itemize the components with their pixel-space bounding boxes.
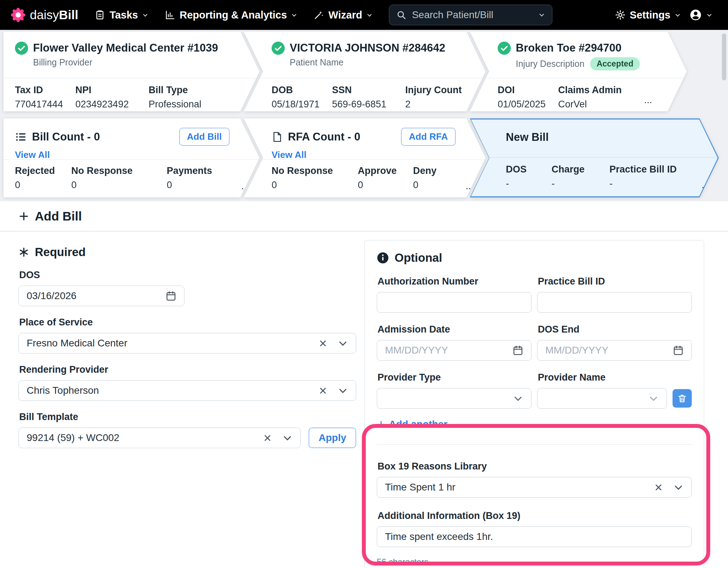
nav-wizard-label: Wizard xyxy=(328,9,362,21)
new-bill-title: New Bill xyxy=(506,131,718,144)
rendering-provider-select[interactable]: Chris Topherson xyxy=(18,380,356,401)
calendar-icon[interactable] xyxy=(166,291,176,301)
clear-x-icon[interactable] xyxy=(318,339,328,348)
billing-provider-subtitle: Billing Provider xyxy=(33,57,92,68)
wand-icon xyxy=(314,10,324,20)
gear-icon xyxy=(615,10,626,20)
stat-no-response: No Response 0 xyxy=(71,165,133,197)
required-form: Required DOS 03/16/2026 Place of Service… xyxy=(18,245,356,448)
chevron-down-icon[interactable] xyxy=(338,386,348,396)
add-rfa-button[interactable]: Add RFA xyxy=(401,128,456,146)
nav-settings-label: Settings xyxy=(630,9,670,21)
new-bill-card[interactable]: New Bill DOS - Charge - Practice Bill ID… xyxy=(470,118,719,197)
clear-x-icon[interactable] xyxy=(318,386,328,396)
brand-name: daisyBill xyxy=(30,8,78,22)
stat-approve: Approve 0 xyxy=(358,165,397,197)
patient-card: VICTORIA JOHNSON #284642 Patient Name DO… xyxy=(244,32,486,111)
chevron-down-icon[interactable] xyxy=(282,433,293,443)
billing-provider-title: Flower Valley Medical Center #1039 xyxy=(33,42,218,54)
place-of-service-label: Place of Service xyxy=(19,317,356,328)
field-tax-id: Tax ID 770417444 xyxy=(15,85,75,111)
optional-divider xyxy=(377,444,692,445)
status-badge-accepted: Accepted xyxy=(590,57,640,70)
bill-count-card: Bill Count - 0 Add Bill View All Rejecte… xyxy=(4,118,259,197)
apply-button[interactable]: Apply xyxy=(309,428,356,448)
field-dob: DOB 05/18/1971 xyxy=(272,85,332,111)
vertical-scrollbar[interactable] xyxy=(722,33,726,80)
chevron-down-icon[interactable] xyxy=(513,393,523,404)
optional-heading: Optional xyxy=(377,251,692,265)
add-bill-button[interactable]: Add Bill xyxy=(179,128,230,146)
provider-name-label: Provider Name xyxy=(538,372,692,383)
nav-settings[interactable]: Settings xyxy=(615,9,681,21)
provider-name-select[interactable] xyxy=(537,388,667,409)
nav-account[interactable] xyxy=(689,9,712,21)
context-cards-row: Flower Valley Medical Center #1039 Billi… xyxy=(4,32,687,111)
chevron-down-icon xyxy=(366,12,373,18)
stat-dos: DOS - xyxy=(506,164,527,196)
nav-wizard[interactable]: Wizard xyxy=(314,9,373,21)
search-icon xyxy=(396,10,406,20)
field-doi: DOI 01/05/2025 xyxy=(498,85,558,111)
optional-form-panel: Optional Authorization Number Practice B… xyxy=(364,240,704,568)
add-another-link[interactable]: Add another xyxy=(377,419,448,430)
authorization-number-input[interactable] xyxy=(377,292,531,313)
calendar-icon[interactable] xyxy=(513,345,523,356)
rfa-count-title: RFA Count - 0 xyxy=(288,131,360,143)
search-input[interactable]: Search Patient/Bill xyxy=(389,5,552,25)
billing-provider-card: Flower Valley Medical Center #1039 Billi… xyxy=(4,32,259,111)
injury-card: Broken Toe #294700 Injury Description Ac… xyxy=(470,32,687,111)
bill-list-icon xyxy=(15,131,27,143)
admission-date-input[interactable]: MM/DD/YYYY xyxy=(377,340,531,361)
admission-date-label: Admission Date xyxy=(378,324,531,335)
check-circle-icon xyxy=(498,42,511,70)
stat-payments: Payments 0 xyxy=(167,165,212,197)
add-bill-section-header: Add Bill xyxy=(18,209,82,223)
plus-icon xyxy=(18,211,29,222)
check-circle-icon xyxy=(15,42,28,68)
nav-reporting-analytics[interactable]: Reporting & Analytics xyxy=(165,9,297,21)
nav-reporting-label: Reporting & Analytics xyxy=(180,9,287,21)
provider-type-select[interactable] xyxy=(377,388,531,409)
rendering-provider-label: Rendering Provider xyxy=(19,364,356,375)
daisy-flower-icon xyxy=(11,7,26,22)
delete-provider-button[interactable] xyxy=(673,389,692,408)
chevron-down-icon[interactable] xyxy=(539,12,545,18)
trash-icon xyxy=(677,393,687,403)
dos-label: DOS xyxy=(19,270,356,281)
brand-logo[interactable]: daisyBill xyxy=(11,7,78,22)
field-npi: NPI 0234923492 xyxy=(75,85,149,111)
authorization-number-label: Authorization Number xyxy=(378,276,531,287)
chevron-down-icon[interactable] xyxy=(338,338,348,349)
additional-info-input[interactable]: Time spent exceeds 1hr. xyxy=(377,526,692,547)
chevron-down-icon[interactable] xyxy=(673,482,684,493)
plus-icon xyxy=(377,420,385,429)
calendar-icon[interactable] xyxy=(673,345,684,356)
chevron-down-icon[interactable] xyxy=(648,393,659,404)
user-avatar-icon xyxy=(689,9,702,21)
asterisk-icon xyxy=(18,247,29,258)
box19-library-select[interactable]: Time Spent 1 hr xyxy=(377,477,692,498)
new-bill-more-link[interactable]: ... xyxy=(702,180,710,196)
practice-bill-id-label: Practice Bill ID xyxy=(538,276,692,287)
dos-date-input[interactable]: 03/16/2026 xyxy=(18,286,184,306)
section-divider xyxy=(0,231,728,232)
rfa-count-view-all-link[interactable]: View All xyxy=(244,146,306,160)
field-claims-admin: Claims Admin CorVel xyxy=(558,85,631,111)
clear-x-icon[interactable] xyxy=(263,433,272,443)
chevron-down-icon xyxy=(291,12,297,18)
check-circle-icon xyxy=(272,42,285,68)
dos-end-input[interactable]: MM/DD/YYYY xyxy=(537,340,692,361)
field-injury-count: Injury Count 2 xyxy=(405,85,462,111)
bill-template-select[interactable]: 99214 (59) + WC002 xyxy=(18,428,301,448)
bill-count-view-all-link[interactable]: View All xyxy=(4,146,50,160)
tasks-icon xyxy=(95,10,105,20)
clear-x-icon[interactable] xyxy=(654,483,663,492)
chevron-down-icon xyxy=(675,12,681,18)
practice-bill-id-input[interactable] xyxy=(537,292,692,313)
place-of-service-select[interactable]: Fresno Medical Center xyxy=(18,333,356,354)
field-ssn: SSN 569-69-6851 xyxy=(332,85,405,111)
injury-more-link[interactable]: ... xyxy=(644,95,652,111)
chevron-down-icon xyxy=(706,12,712,18)
nav-tasks[interactable]: Tasks xyxy=(95,9,148,21)
